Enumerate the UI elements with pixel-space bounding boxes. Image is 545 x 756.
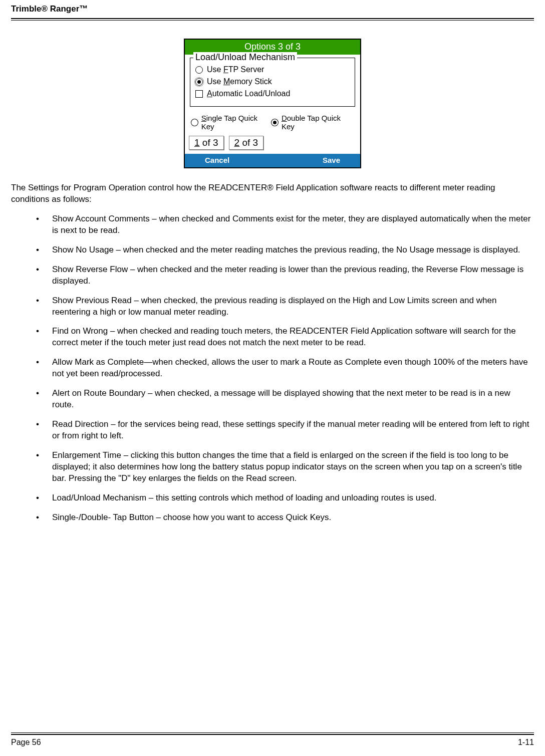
option-ftp-server[interactable]: Use FTP Server (195, 65, 350, 74)
page-footer: Page 56 1-11 (11, 732, 534, 747)
cancel-button[interactable]: Cancel (205, 156, 229, 164)
load-unload-group: Load/Unload Mechanism Use FTP Server Use… (190, 58, 355, 107)
list-item: Show Previous Read – when checked, the p… (36, 295, 534, 318)
list-item: Read Direction – for the services being … (36, 419, 534, 442)
radio-icon (271, 119, 279, 126)
list-item: Allow Mark as Complete—when checked, all… (36, 357, 534, 380)
option-single-tap[interactable]: Single Tap Quick Key (191, 114, 271, 131)
footer-page-right: 1-11 (518, 738, 534, 747)
list-item: Show Reverse Flow – when checked and the… (36, 264, 534, 287)
list-item: Load/Unload Mechanism – this setting con… (36, 492, 534, 504)
list-item: Show No Usage – when checked and the met… (36, 244, 534, 256)
list-item: Enlargement Time – clicking this button … (36, 450, 534, 484)
tab-1-of-3[interactable]: 1 of 3 (189, 136, 224, 150)
tab-2-of-3[interactable]: 2 of 3 (229, 136, 264, 150)
doc-header-title: Trimble® Ranger™ (11, 4, 534, 16)
options-dialog: Options 3 of 3 Load/Unload Mechanism Use… (184, 39, 361, 168)
list-item: Find on Wrong – when checked and reading… (36, 326, 534, 349)
option-memory-stick[interactable]: Use Memory Stick (195, 77, 350, 86)
option-label: Single Tap Quick Key (201, 114, 271, 131)
list-item: Show Account Comments – when checked and… (36, 213, 534, 236)
option-label: Use FTP Server (207, 65, 264, 74)
option-double-tap[interactable]: Double Tap Quick Key (271, 114, 354, 131)
intro-paragraph: The Settings for Program Operation contr… (11, 182, 534, 205)
footer-page-left: Page 56 (11, 738, 41, 747)
option-auto-load-unload[interactable]: Automatic Load/Unload (195, 89, 350, 98)
radio-icon (195, 78, 203, 86)
checkbox-icon (195, 90, 203, 98)
option-label: Use Memory Stick (207, 77, 272, 86)
option-label: Automatic Load/Unload (207, 89, 290, 98)
option-label: Double Tap Quick Key (282, 114, 354, 131)
group-legend: Load/Unload Mechanism (193, 52, 297, 63)
header-rule (11, 18, 534, 21)
list-item: Alert on Route Boundary – when checked, … (36, 388, 534, 411)
list-item: Single-/Double- Tap Button – choose how … (36, 512, 534, 524)
settings-bullet-list: Show Account Comments – when checked and… (11, 213, 534, 524)
radio-icon (195, 66, 203, 74)
save-button[interactable]: Save (323, 156, 340, 164)
radio-icon (191, 119, 198, 126)
